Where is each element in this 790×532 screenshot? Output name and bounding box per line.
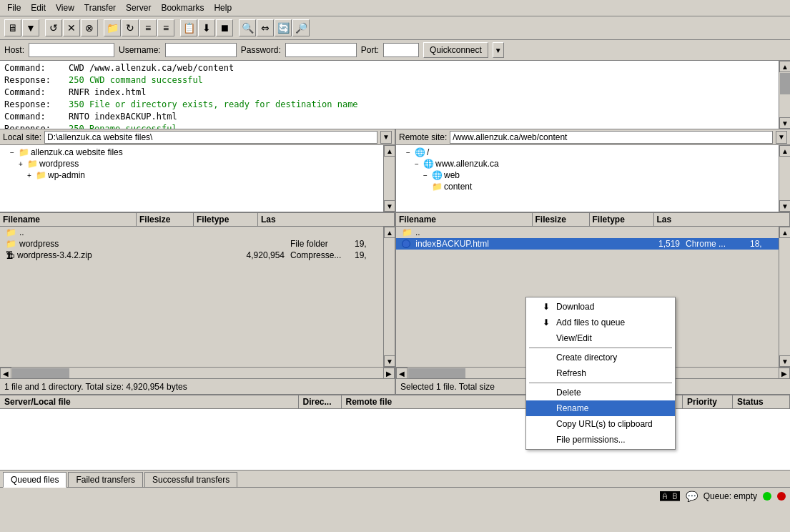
- local-tree-scroll-down[interactable]: ▼: [384, 200, 395, 212]
- menu-bookmarks[interactable]: Bookmarks: [157, 1, 208, 14]
- log-scroll-up[interactable]: ▲: [779, 61, 790, 72]
- tab-failed-transfers[interactable]: Failed transfers: [68, 472, 143, 487]
- toolbar-sync[interactable]: 🔄: [275, 19, 292, 36]
- context-menu-viewedit-label: View/Edit: [556, 333, 592, 343]
- local-col-filename[interactable]: Filename: [0, 213, 137, 226]
- toolbar-localdir[interactable]: 📁: [104, 19, 121, 36]
- local-col-date[interactable]: Las: [258, 213, 395, 226]
- local-file-row-dotdot[interactable]: 📁..: [0, 227, 383, 238]
- local-file-date-1: 19,: [352, 239, 380, 249]
- toolbar-toggle-local[interactable]: ≡: [139, 19, 157, 36]
- toolbar-compare[interactable]: ⇔: [257, 19, 274, 36]
- menu-help[interactable]: Help: [209, 1, 236, 14]
- menu-transfer[interactable]: Transfer: [80, 1, 120, 14]
- menu-server[interactable]: Server: [122, 1, 155, 14]
- delete-icon: [540, 388, 552, 398]
- toolbar-filter[interactable]: 🔍: [239, 19, 256, 36]
- host-input[interactable]: [29, 43, 114, 57]
- local-tree-scroll-up[interactable]: ▲: [384, 145, 395, 157]
- toolbar-cancel[interactable]: ⊗: [81, 19, 98, 36]
- local-file-scrollbar[interactable]: ▲ ▼: [383, 227, 395, 367]
- log-key-4: Command:: [4, 111, 61, 123]
- context-menu-rename[interactable]: Rename: [526, 400, 675, 416]
- remote-tree-item-domain[interactable]: − 🌐 www.allenzuk.ca: [398, 158, 777, 169]
- toolbar-sitemanager[interactable]: 🖥: [4, 19, 21, 36]
- local-hscroll-left[interactable]: ◀: [0, 368, 11, 379]
- toolbar-reconnect[interactable]: ↺: [45, 19, 62, 36]
- local-status-bar: 1 file and 1 directory. Total size: 4,92…: [0, 378, 395, 394]
- context-menu-refresh[interactable]: Refresh: [526, 365, 675, 381]
- quickconnect-dropdown[interactable]: ▼: [493, 42, 504, 58]
- local-tree-item-wp[interactable]: + 📁 wordpress: [1, 158, 382, 169]
- remote-file-row-backup[interactable]: indexBACKUP.html 1,519 Chrome ... 18,: [396, 238, 779, 250]
- remote-site-dropdown[interactable]: ▼: [776, 131, 787, 144]
- local-file-scroll-down[interactable]: ▼: [384, 355, 395, 367]
- remote-col-filesize[interactable]: Filesize: [533, 213, 590, 226]
- local-col-filesize[interactable]: Filesize: [137, 213, 194, 226]
- remote-site-path[interactable]: /www.allenzuk.ca/web/content: [450, 131, 773, 144]
- remote-tree-scrollbar[interactable]: ▲ ▼: [779, 145, 790, 212]
- log-val-3: 350 File or directory exists, ready for …: [69, 99, 358, 111]
- menu-file[interactable]: File: [3, 1, 25, 14]
- port-input[interactable]: [383, 43, 419, 57]
- log-scroll-down[interactable]: ▼: [779, 117, 790, 129]
- remote-tree-item-content[interactable]: 📁 content: [398, 181, 777, 192]
- html-icon: [402, 240, 410, 248]
- log-scrollbar[interactable]: ▲ ▼: [779, 61, 790, 129]
- local-file-row-wordpress[interactable]: 📁wordpress File folder 19,: [0, 238, 383, 250]
- remote-file-type-1: Chrome ...: [683, 239, 747, 249]
- local-hscroll[interactable]: ◀ ▶: [0, 367, 395, 378]
- local-tree-item-wpadmin[interactable]: + 📁 wp-admin: [1, 169, 382, 181]
- context-menu-copyurl[interactable]: Copy URL(s) to clipboard: [526, 416, 675, 432]
- local-col-filetype[interactable]: Filetype: [194, 213, 258, 226]
- context-menu-viewedit[interactable]: View/Edit: [526, 330, 675, 346]
- tab-successful-transfers[interactable]: Successful transfers: [144, 472, 237, 487]
- remote-file-row-dotdot[interactable]: 📁..: [396, 227, 779, 238]
- remote-tree-scroll-up[interactable]: ▲: [779, 145, 790, 157]
- toolbar-refresh[interactable]: ↻: [122, 19, 139, 36]
- toolbar-queue[interactable]: 📋: [180, 19, 197, 36]
- remote-file-scroll-up[interactable]: ▲: [779, 227, 790, 238]
- local-tree-scrollbar[interactable]: ▲ ▼: [383, 145, 395, 212]
- toolbar-find[interactable]: 🔎: [292, 19, 310, 36]
- remote-hscroll-left[interactable]: ◀: [396, 368, 408, 379]
- local-site-dropdown[interactable]: ▼: [380, 131, 392, 144]
- local-file-type-1: File folder: [287, 239, 352, 249]
- menu-edit[interactable]: Edit: [26, 1, 50, 14]
- local-file-row-zip[interactable]: 🗜wordpress-3.4.2.zip 4,920,954 Compresse…: [0, 250, 383, 261]
- menu-view[interactable]: View: [51, 1, 79, 14]
- local-tree-item-root[interactable]: − 📁 allenzuk.ca website files: [1, 147, 382, 158]
- context-menu-permissions[interactable]: File permissions...: [526, 432, 675, 448]
- tab-queued-files[interactable]: Queued files: [3, 472, 66, 488]
- remote-col-date[interactable]: Las: [654, 213, 791, 226]
- toolbar-toggle-remote[interactable]: ≡: [157, 19, 174, 36]
- context-menu-createdir[interactable]: Create directory: [526, 350, 675, 365]
- log-area: Command:CWD /www.allenzuk.ca/web/content…: [0, 61, 790, 129]
- remote-file-scrollbar[interactable]: ▲ ▼: [779, 227, 790, 367]
- ab-icon: 🅰🅱: [660, 491, 680, 502]
- remote-hscroll-right[interactable]: ▶: [779, 368, 790, 379]
- remote-tree-item-root[interactable]: − 🌐 /: [398, 147, 777, 158]
- remote-col-filetype[interactable]: Filetype: [590, 213, 654, 226]
- context-menu-download[interactable]: ⬇ Download: [526, 299, 675, 315]
- zip-icon: 🗜: [6, 250, 14, 260]
- toolbar-queue2[interactable]: ⬇: [198, 19, 215, 36]
- log-val-1: 250 CWD command successful: [69, 74, 203, 87]
- toolbar-dropdown[interactable]: ▼: [22, 19, 39, 36]
- toolbar-disconnect[interactable]: ✕: [63, 19, 80, 36]
- local-file-scroll-up[interactable]: ▲: [384, 227, 395, 238]
- remote-tree-item-web[interactable]: − 🌐 web: [398, 169, 777, 181]
- username-input[interactable]: [165, 43, 237, 57]
- context-menu-addqueue[interactable]: ⬇ Add files to queue: [526, 315, 675, 330]
- remote-col-filename[interactable]: Filename: [396, 213, 533, 226]
- context-menu-download-label: Download: [556, 302, 594, 312]
- context-menu-delete[interactable]: Delete: [526, 385, 675, 400]
- folder-icon: 📁: [36, 170, 46, 180]
- local-site-path[interactable]: D:\allenzuk.ca website files\: [44, 131, 377, 144]
- local-hscroll-right[interactable]: ▶: [383, 368, 395, 379]
- remote-file-scroll-down[interactable]: ▼: [779, 355, 790, 367]
- remote-tree-scroll-down[interactable]: ▼: [779, 200, 790, 212]
- toolbar-stop[interactable]: ⏹: [216, 19, 233, 36]
- password-input[interactable]: [285, 43, 357, 57]
- quickconnect-button[interactable]: Quickconnect: [423, 42, 488, 58]
